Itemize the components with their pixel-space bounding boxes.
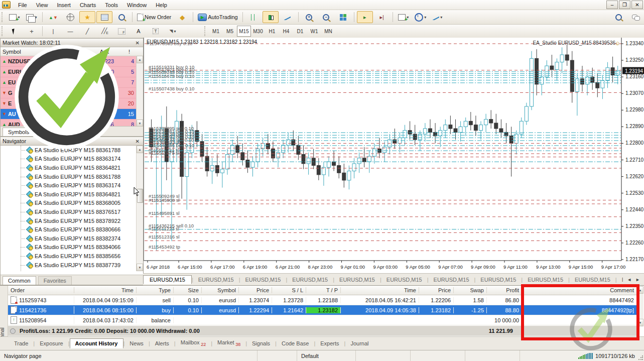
chart-tab[interactable]: EURUSD,M15 xyxy=(240,276,286,284)
chart-tab[interactable]: EURUSD,M15 xyxy=(193,276,239,284)
menu-tools[interactable]: Tools xyxy=(100,1,122,9)
chart-tab[interactable]: EURUSD,M15 xyxy=(570,276,615,284)
navigator-expert-item[interactable]: EA Studio EURJPY M15 88361788 xyxy=(1,146,143,155)
terminal-toggle[interactable] xyxy=(96,11,112,23)
excl-column-header[interactable]: ! xyxy=(111,49,132,55)
navigator-expert-item[interactable]: EA Studio EURJPY M15 88363174 xyxy=(1,155,143,164)
trendline-button[interactable]: ╱ xyxy=(79,25,95,37)
chart-window[interactable]: #115519331 buy 0.10#115512921 buy 0.10#1… xyxy=(143,38,644,273)
terminal-tab-signals[interactable]: Signals xyxy=(247,339,275,348)
status-profile[interactable]: Default xyxy=(297,350,356,361)
timeframe-h1[interactable]: H1 xyxy=(265,26,279,37)
navigator-expert-item[interactable]: EA Studio EURJPY M15 88380666 xyxy=(1,225,143,234)
tab-common[interactable]: Common xyxy=(3,276,36,285)
timeframe-w1[interactable]: W1 xyxy=(307,26,321,37)
navigator-expert-item[interactable]: EA Studio EURJPY M15 88385656 xyxy=(1,252,143,261)
chart-canvas[interactable]: #115519331 buy 0.10#115512921 buy 0.10#1… xyxy=(144,38,644,273)
tabs-scroll-left-icon[interactable]: ◄ xyxy=(627,277,631,282)
timeframe-m5[interactable]: M5 xyxy=(223,26,237,37)
column-header-time2[interactable]: Time xyxy=(341,287,419,293)
terminal-tab-alerts[interactable]: Alerts xyxy=(150,339,174,348)
navigator-expert-item[interactable]: EA Studio EURJPY M15 88382374 xyxy=(1,234,143,243)
terminal-tab-news[interactable]: News xyxy=(124,339,149,348)
metaeditor-button[interactable]: ◆ xyxy=(174,11,190,23)
line-chart-button[interactable] xyxy=(280,11,296,23)
timeframe-m30[interactable]: M30 xyxy=(251,26,265,37)
chart-tab[interactable]: EURUSD,M15 xyxy=(334,276,380,284)
column-header-time[interactable]: Time xyxy=(74,287,137,293)
crosshair-tool-button[interactable]: + xyxy=(24,25,40,37)
market-watch-row[interactable]: ▼E20 xyxy=(1,98,143,109)
market-watch-scrollbar[interactable]: ▲ ▼ xyxy=(136,56,143,126)
tabs-scroll-right-icon[interactable]: ► xyxy=(635,277,640,282)
market-watch-close-icon[interactable]: ✕ xyxy=(134,40,141,46)
text-tool-button[interactable]: A xyxy=(131,25,147,37)
column-header-profit[interactable]: Profit xyxy=(487,287,522,293)
terminal-tab-experts[interactable]: Experts xyxy=(315,339,344,348)
fibonacci-button[interactable]: F xyxy=(113,25,130,37)
column-header-tp[interactable]: T / P xyxy=(306,287,341,293)
navigator-expert-item[interactable]: EA Studio EURJPY M15 88387739 xyxy=(1,261,143,270)
navigator-expert-item[interactable]: EA Studio EURJPY M15 88364821 xyxy=(1,190,143,199)
search-button[interactable] xyxy=(610,11,626,23)
market-watch-row[interactable]: ▲EU67 xyxy=(1,77,143,88)
market-watch-row[interactable]: ▲NZDUSD0.732234 xyxy=(1,56,143,67)
channel-button[interactable]: ╱╱E xyxy=(96,25,112,37)
terminal-tab-trade[interactable]: Trade xyxy=(9,339,33,348)
bar-chart-button[interactable] xyxy=(245,11,262,23)
timeframe-mn[interactable]: MN xyxy=(321,26,335,37)
menu-file[interactable]: File xyxy=(14,1,32,9)
navigator-toggle[interactable]: ★ xyxy=(79,11,95,23)
close-button[interactable]: ✕ xyxy=(631,1,643,9)
cursor-tool-button[interactable] xyxy=(7,25,23,37)
chart-tab[interactable]: EURUSD,M15 xyxy=(429,276,474,284)
chart-tab[interactable]: EURI xyxy=(617,276,623,284)
terminal-tab-market[interactable]: Market 38 xyxy=(212,338,245,348)
menu-window[interactable]: Window xyxy=(122,1,151,9)
ask-column-header[interactable]: Ask xyxy=(89,49,111,55)
column-header-order[interactable]: Order xyxy=(8,287,74,293)
market-watch-row[interactable]: ▲EURU7505 xyxy=(1,67,143,77)
menu-insert[interactable]: Insert xyxy=(52,1,75,9)
navigator-expert-item[interactable]: EA Studio EURJPY M15 88368005 xyxy=(1,199,143,208)
column-header-price2[interactable]: Price xyxy=(419,287,454,293)
data-window-button[interactable] xyxy=(62,11,78,23)
navigator-expert-item[interactable]: EA Studio EURJPY M15 88364821 xyxy=(1,163,143,172)
zoom-out-button[interactable]: − xyxy=(318,11,334,23)
market-watch-toggle[interactable]: ▲▼ xyxy=(45,11,61,23)
market-watch-row[interactable]: ▼AU515 xyxy=(1,109,143,119)
column-header-price[interactable]: Price xyxy=(239,287,272,293)
timeframe-m15[interactable]: M15 xyxy=(237,26,251,37)
timeframe-h4[interactable]: H4 xyxy=(279,26,293,37)
text-label-button[interactable]: T xyxy=(148,25,164,37)
arrows-tool-button[interactable]: ◥▾ xyxy=(165,25,181,37)
zoom-in-button[interactable]: + xyxy=(301,11,317,23)
column-header-swap[interactable]: Swap xyxy=(454,287,487,293)
navigator-expert-item[interactable]: EA Studio EURJPY M15 88378922 xyxy=(1,216,143,225)
chart-tab[interactable]: EURUSD,M15 xyxy=(287,276,333,284)
horizontal-line-button[interactable]: — xyxy=(62,25,78,37)
navigator-expert-item[interactable]: EA Studio EURJPY M15 88361788 xyxy=(1,172,143,181)
autotrading-button[interactable]: ▶AutoTrading xyxy=(196,11,240,23)
tile-windows-button[interactable] xyxy=(335,11,351,23)
column-header-type[interactable]: Type xyxy=(137,287,174,293)
tab-symbols[interactable]: Symbols xyxy=(3,128,35,136)
timeframe-d1[interactable]: D1 xyxy=(293,26,307,37)
terminal-tab-account-history[interactable]: Account History xyxy=(70,338,123,348)
auto-scroll-button[interactable]: ▸ xyxy=(357,11,373,23)
column-header-size[interactable]: Size xyxy=(174,287,202,293)
bid-column-header[interactable]: Bid xyxy=(65,49,89,55)
column-header-symbol[interactable]: Symbol xyxy=(202,287,239,293)
candlestick-chart-button[interactable] xyxy=(263,11,279,23)
periods-button[interactable]: ▾ xyxy=(413,11,429,23)
navigator-expert-item[interactable]: EA Studio EURJPY M15 88384066 xyxy=(1,243,143,252)
chart-shift-button[interactable]: ▸| xyxy=(374,11,390,23)
column-header-sl[interactable]: S / L xyxy=(272,287,306,293)
new-order-button[interactable]: +New Order xyxy=(135,11,173,23)
resize-grip[interactable] xyxy=(638,355,643,360)
minimize-button[interactable]: – xyxy=(606,1,618,9)
tab-favorites[interactable]: Favorites xyxy=(38,276,72,285)
profiles-button[interactable]: ▾ xyxy=(24,11,40,23)
navigator-expert-item[interactable]: EA Studio EURJPY M15 88376517 xyxy=(1,207,143,216)
chart-tab[interactable]: EURUSD,M15 xyxy=(523,276,568,284)
